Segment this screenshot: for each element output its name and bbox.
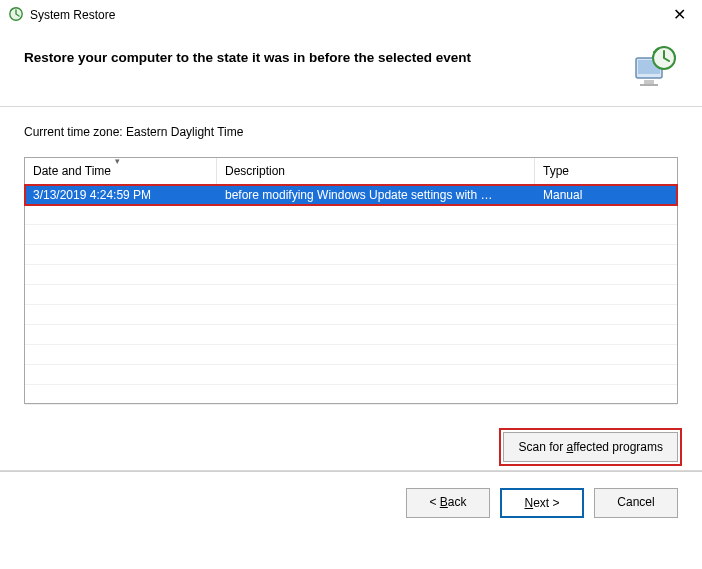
table-row[interactable]: 3/13/2019 4:24:59 PMbefore modifying Win… bbox=[25, 185, 677, 205]
table-row-empty bbox=[25, 305, 677, 325]
cell-date: 3/13/2019 4:24:59 PM bbox=[25, 185, 217, 204]
column-header-description[interactable]: Description bbox=[217, 158, 535, 184]
system-restore-icon bbox=[8, 6, 24, 25]
sort-indicator-icon: ▾ bbox=[115, 156, 120, 166]
close-button[interactable]: ✕ bbox=[665, 3, 694, 27]
table-body: 3/13/2019 4:24:59 PMbefore modifying Win… bbox=[25, 185, 677, 403]
table-row-empty bbox=[25, 245, 677, 265]
table-row-empty bbox=[25, 285, 677, 305]
page-heading: Restore your computer to the state it wa… bbox=[24, 50, 471, 65]
svg-rect-3 bbox=[644, 80, 654, 84]
cell-description: before modifying Windows Update settings… bbox=[217, 185, 535, 204]
scan-btn-prefix: Scan for bbox=[518, 440, 566, 454]
scan-affected-programs-button[interactable]: Scan for affected programs bbox=[503, 432, 678, 462]
table-row-empty bbox=[25, 205, 677, 225]
timezone-label: Current time zone: Eastern Daylight Time bbox=[24, 125, 678, 139]
header: Restore your computer to the state it wa… bbox=[0, 30, 702, 106]
title-bar: System Restore ✕ bbox=[0, 0, 702, 30]
table-row-empty bbox=[25, 345, 677, 365]
footer: < Back Next > Cancel bbox=[0, 471, 702, 534]
table-header: Date and Time ▾ Description Type bbox=[25, 158, 677, 185]
back-ul: B bbox=[440, 495, 448, 509]
table-row-empty bbox=[25, 325, 677, 345]
restore-points-table: Date and Time ▾ Description Type 3/13/20… bbox=[24, 157, 678, 404]
table-row-empty bbox=[25, 385, 677, 405]
back-suffix: ack bbox=[448, 495, 467, 509]
next-ul: N bbox=[524, 496, 533, 510]
cell-type: Manual bbox=[535, 185, 677, 204]
window-title: System Restore bbox=[30, 8, 115, 22]
svg-rect-4 bbox=[640, 84, 658, 86]
table-row-empty bbox=[25, 225, 677, 245]
next-button[interactable]: Next > bbox=[500, 488, 584, 518]
title-bar-left: System Restore bbox=[8, 6, 115, 25]
table-row-empty bbox=[25, 265, 677, 285]
system-restore-large-icon bbox=[630, 44, 678, 92]
column-header-type[interactable]: Type bbox=[535, 158, 677, 184]
cancel-button[interactable]: Cancel bbox=[594, 488, 678, 518]
back-prefix: < bbox=[429, 495, 439, 509]
scan-row: Scan for affected programs bbox=[0, 414, 702, 470]
scan-btn-suffix: ffected programs bbox=[573, 440, 663, 454]
content-area: Current time zone: Eastern Daylight Time… bbox=[0, 107, 702, 414]
column-header-date-label: Date and Time bbox=[33, 164, 111, 178]
column-header-date[interactable]: Date and Time ▾ bbox=[25, 158, 217, 184]
back-button[interactable]: < Back bbox=[406, 488, 490, 518]
table-row-empty bbox=[25, 365, 677, 385]
next-suffix: ext > bbox=[533, 496, 559, 510]
